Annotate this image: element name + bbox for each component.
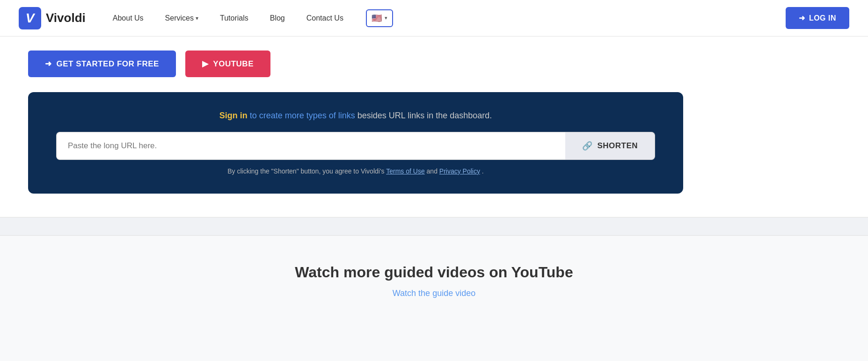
nav-links: About Us Services ▾ Tutorials Blog Conta… [104,9,786,27]
sign-in-text: Sign in [219,111,248,120]
terms-text: By clicking the "Shorten" button, you ag… [56,167,655,175]
shortener-headline: Sign in to create more types of links be… [56,111,655,121]
youtube-section: Watch more guided videos on YouTube Watc… [0,236,868,317]
shorten-button[interactable]: 🔗 SHORTEN [565,132,655,160]
cta-buttons-row: ➜ GET STARTED FOR FREE ▶ YOUTUBE [28,51,840,77]
services-chevron-icon: ▾ [196,15,198,22]
watch-guide-link[interactable]: Watch the guide video [393,289,475,298]
login-arrow-icon: ➜ [799,14,805,22]
url-input[interactable] [56,132,565,160]
youtube-section-title: Watch more guided videos on YouTube [19,264,849,281]
flag-icon: 🇺🇸 [372,13,382,23]
headline-suffix: besides URL links in the dashboard. [357,111,492,120]
main-content: ➜ GET STARTED FOR FREE ▶ YOUTUBE Sign in… [0,36,868,217]
nav-contact[interactable]: Contact Us [298,10,352,26]
language-selector[interactable]: 🇺🇸 ▾ [366,9,393,27]
brand-name: Vivoldi [46,11,86,25]
nav-blog[interactable]: Blog [262,10,293,26]
lang-chevron-icon: ▾ [385,15,387,21]
youtube-play-icon: ▶ [202,59,209,69]
section-divider [0,217,868,236]
terms-of-use-link[interactable]: Terms of Use [386,167,424,175]
brand-logo: V [19,7,41,29]
navbar: V Vivoldi About Us Services ▾ Tutorials … [0,0,868,36]
create-types-link: to create more types of links [250,111,355,120]
nav-services[interactable]: Services ▾ [157,10,207,26]
privacy-policy-link[interactable]: Privacy Policy [439,167,480,175]
get-started-button[interactable]: ➜ GET STARTED FOR FREE [28,51,176,77]
nav-tutorials[interactable]: Tutorials [212,10,257,26]
shortener-box: Sign in to create more types of links be… [28,92,683,194]
get-started-arrow-icon: ➜ [45,59,52,69]
brand-logo-link[interactable]: V Vivoldi [19,7,86,29]
chain-link-icon: 🔗 [582,141,593,151]
shortener-input-row: 🔗 SHORTEN [56,132,655,160]
youtube-button[interactable]: ▶ YOUTUBE [185,51,270,77]
login-button[interactable]: ➜ LOG IN [786,7,849,29]
nav-about[interactable]: About Us [104,10,152,26]
